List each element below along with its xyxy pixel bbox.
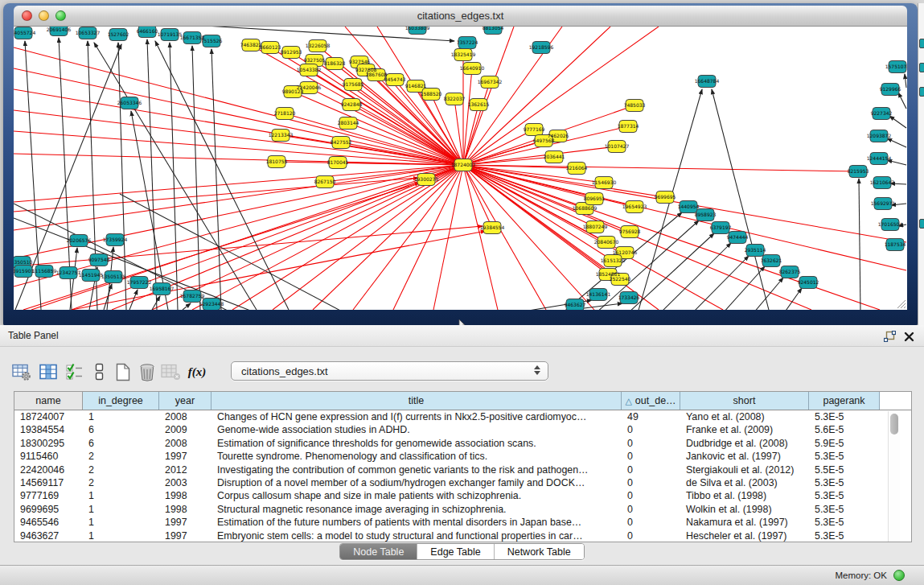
table-row[interactable]: 946362711997Embryonic stem cells: a mode… [14,529,911,542]
table-cell[interactable]: 22420046 [14,463,83,476]
graph-edge[interactable] [183,303,191,310]
graph-edge[interactable] [754,278,783,310]
table-cell[interactable]: 2012 [159,463,211,476]
table-cell[interactable]: Jankovic et al. (1997) [680,450,809,463]
graph-edge[interactable] [14,47,463,165]
graph-edge[interactable] [887,138,906,147]
column-header-pagerank[interactable]: pagerank [809,392,880,410]
table-row[interactable]: 911546021997Tourette syndrome. Phenomeno… [14,450,911,463]
table-cell[interactable]: 0 [622,423,680,436]
resize-grip-icon[interactable] [895,298,906,309]
new-column-button[interactable] [113,362,133,381]
table-cell[interactable]: 5.3E-5 [809,450,880,463]
graph-edge[interactable] [313,165,463,310]
graph-edge[interactable] [94,43,257,310]
table-cell[interactable]: 18724007 [14,410,83,423]
graph-edge[interactable] [170,43,178,310]
graph-edge[interactable] [463,165,608,274]
table-cell[interactable]: 1 [83,489,159,502]
table-cell[interactable]: 0 [622,489,680,502]
table-cell[interactable]: 1 [83,410,159,423]
graph-edge[interactable] [211,49,221,310]
select-rows-button[interactable] [64,362,85,381]
column-header-title[interactable]: title [211,392,622,410]
table-cell[interactable]: 0 [622,529,680,542]
graph-edge[interactable] [14,110,463,165]
table-cell[interactable]: Franke et al. (2009) [680,423,809,436]
table-cell[interactable]: 1997 [159,529,211,542]
table-cell[interactable]: 9777169 [14,489,83,502]
close-panel-button[interactable] [901,329,916,344]
table-cell[interactable]: 1997 [159,516,211,529]
table-cell[interactable]: Structural magnetic resonance image aver… [211,503,622,516]
table-cell[interactable]: Wolkin et al. (1998) [680,503,809,516]
graph-edge[interactable] [14,165,463,230]
table-cell[interactable]: Nakamura et al. (1997) [680,516,809,529]
table-cell[interactable]: 5.3E-5 [809,503,880,516]
table-row[interactable]: 1830029562008Estimation of significance … [14,437,911,450]
column-header-out_de[interactable]: △out_de… [622,392,680,410]
table-row[interactable]: 977716911998Corpus callosum shape and si… [14,489,911,502]
table-cell[interactable]: 0 [622,463,680,476]
table-cell[interactable]: 5.3E-5 [809,529,880,542]
graph-edge[interactable] [712,89,770,310]
table-cell[interactable]: Tibbo et al. (1998) [680,489,809,502]
table-cell[interactable]: 2 [83,476,159,489]
table-cell[interactable]: 2009 [159,423,211,436]
delete-table-button[interactable] [161,362,182,381]
table-cell[interactable]: 9465546 [14,516,83,529]
table-cell[interactable]: Dudbridge et al. (2008) [680,437,809,450]
table-cell[interactable]: 1 [83,503,159,516]
table-cell[interactable]: 9115460 [14,450,83,463]
table-cell[interactable]: 1998 [159,489,211,502]
graph-edge[interactable] [463,27,659,165]
tab-node-table[interactable]: Node Table [340,544,417,559]
table-cell[interactable]: Estimation of significance thresholds fo… [211,437,622,450]
column-header-year[interactable]: year [159,392,211,410]
table-cell[interactable]: 5.5E-5 [809,463,880,476]
graph-edge[interactable] [192,46,200,310]
table-cell[interactable]: 5.3E-5 [809,410,880,423]
table-cell[interactable]: 49 [622,410,680,423]
graph-edge[interactable] [905,74,906,88]
graph-edge[interactable] [433,165,463,310]
table-cell[interactable]: 6 [83,437,159,450]
graph-edge[interactable] [463,165,594,310]
function-builder-button[interactable]: f(x) [187,362,207,381]
graph-edge[interactable] [859,179,860,310]
graph-edge[interactable] [273,165,463,310]
table-cell[interactable]: Tourette syndrome. Phenomenology and cla… [211,450,622,463]
table-cell[interactable]: 2 [83,463,159,476]
table-cell[interactable]: 5.9E-5 [809,437,880,450]
table-cell[interactable]: Estimation of the future numbers of pati… [211,516,622,529]
graph-edge[interactable] [463,165,546,310]
table-cell[interactable]: 0 [622,437,680,450]
show-columns-button[interactable] [39,362,60,381]
tab-edge-table[interactable]: Edge Table [417,544,494,559]
table-cell[interactable]: 5.6E-5 [809,423,880,436]
table-selector-dropdown[interactable]: citations_edges.txt [231,361,548,381]
table-cell[interactable]: 1 [83,516,159,529]
graph-edge[interactable] [889,116,906,128]
table-cell[interactable]: Genome-wide association studies in ADHD. [211,423,622,436]
graph-edge[interactable] [72,231,486,310]
table-cell[interactable]: 9699695 [14,503,83,516]
table-cell[interactable]: 2 [83,450,159,463]
table-row[interactable]: 969969511998Structural magnetic resonanc… [14,503,911,516]
table-cell[interactable]: 18300295 [14,437,83,450]
table-cell[interactable]: Yano et al. (2008) [680,410,809,423]
table-cell[interactable]: Disruption of a novel member of a sodium… [211,476,622,489]
graph-edge[interactable] [784,288,802,310]
graph-edge[interactable] [898,93,906,109]
table-cell[interactable]: Embryonic stem cells: a model to study s… [211,529,622,542]
graph-edge[interactable] [660,243,731,310]
table-cell[interactable]: 2003 [159,476,211,489]
table-cell[interactable]: Stergiakouli et al. (2012) [680,463,809,476]
graph-edge[interactable] [463,165,880,310]
table-scrollbar[interactable] [888,411,900,542]
table-cell[interactable]: Changes of HCN gene expression and I(f) … [211,410,622,423]
table-cell[interactable]: Investigating the contribution of common… [211,463,622,476]
table-cell[interactable]: 1997 [159,450,211,463]
delete-column-button[interactable] [137,362,158,381]
table-row[interactable]: 1938455462009Genome-wide association stu… [14,423,911,436]
